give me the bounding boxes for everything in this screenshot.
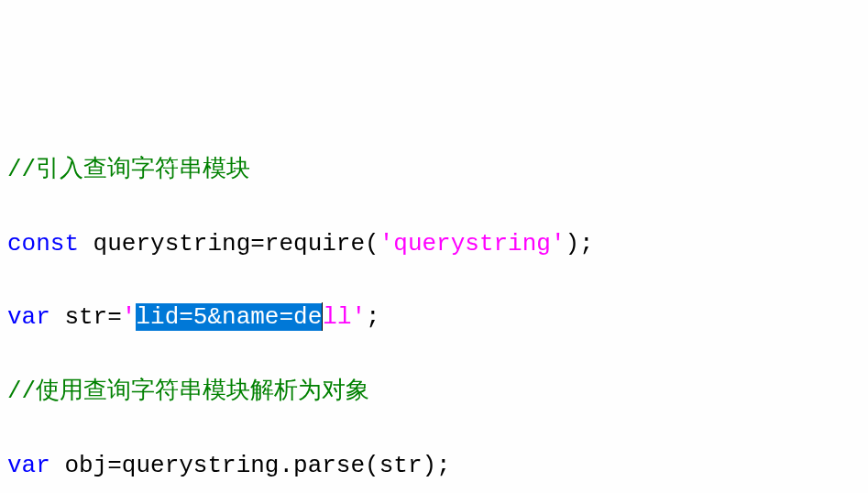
code-line[interactable]: var str='lid=5&name=dell';	[7, 299, 861, 335]
keyword-var: var	[7, 303, 50, 331]
keyword-var: var	[7, 452, 50, 479]
code-line[interactable]: //引入查询字符串模块	[7, 151, 861, 188]
code-text: str=	[50, 303, 122, 331]
code-line[interactable]: var obj=querystring.parse(str);	[7, 447, 861, 484]
string-literal: ll'	[323, 303, 366, 331]
comment: //引入查询字符串模块	[7, 156, 250, 183]
code-text: );	[566, 230, 594, 257]
string-literal: 'querystring'	[379, 230, 566, 257]
string-quote: '	[122, 303, 137, 331]
code-text: ;	[366, 303, 380, 331]
code-text: querystring=require(	[79, 230, 379, 257]
keyword-const: const	[7, 230, 79, 257]
code-line[interactable]: //使用查询字符串模块解析为对象	[7, 373, 861, 410]
code-line[interactable]: const querystring=require('querystring')…	[7, 225, 861, 262]
text-cursor	[322, 302, 323, 331]
text-selection[interactable]: lid=5&name=de	[136, 303, 322, 331]
code-text: obj=querystring.parse(str);	[50, 452, 451, 479]
comment: //使用查询字符串模块解析为对象	[7, 378, 369, 405]
